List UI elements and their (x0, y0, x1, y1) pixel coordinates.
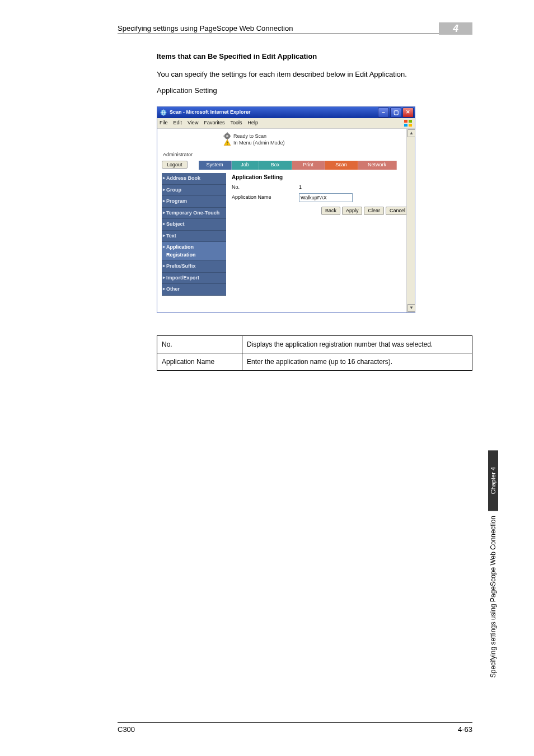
menu-tools[interactable]: Tools (230, 119, 242, 127)
appname-input[interactable] (299, 193, 353, 202)
sidebar: Address Book Group Program Temporary One… (162, 173, 226, 296)
tab-scan[interactable]: Scan (325, 161, 358, 170)
svg-rect-13 (227, 144, 227, 144)
scroll-up-icon[interactable]: ▲ (407, 129, 415, 137)
tab-job[interactable]: Job (232, 161, 259, 170)
menu-help[interactable]: Help (247, 119, 258, 127)
menu-edit[interactable]: Edit (174, 119, 182, 127)
section-sub: Application Setting (157, 85, 472, 96)
page-header-title: Specifying settings using PageScope Web … (118, 24, 293, 32)
menu-view[interactable]: View (188, 119, 198, 127)
no-value: 1 (299, 184, 302, 192)
param-table: No. Displays the application registratio… (157, 335, 472, 371)
param-desc-0: Displays the application registration nu… (242, 335, 472, 353)
menu-file[interactable]: File (160, 119, 168, 127)
cancel-button[interactable]: Cancel (386, 207, 409, 215)
chapter-pill: Chapter 4 (488, 450, 498, 511)
sidebar-item-group[interactable]: Group (162, 185, 226, 197)
ie-icon (160, 109, 167, 116)
footer-left: C300 (118, 725, 135, 734)
svg-rect-3 (404, 124, 407, 127)
sidebar-item-temp[interactable]: Temporary One-Touch (162, 208, 226, 220)
svg-rect-12 (227, 141, 227, 143)
user-label: Administrator (162, 151, 410, 159)
sidebar-item-prefix[interactable]: Prefix/Suffix (162, 261, 226, 273)
side-text: Specifying settings using PageScope Web … (489, 516, 497, 678)
sidebar-item-address[interactable]: Address Book (162, 173, 226, 185)
menu-favorites[interactable]: Favorites (204, 119, 224, 127)
tab-box[interactable]: Box (259, 161, 292, 170)
status-menu: In Menu (Admin Mode) (233, 139, 285, 146)
windows-flag-icon (404, 119, 413, 127)
sidebar-item-appreg[interactable]: Application Registration (162, 242, 226, 261)
section-body: You can specify the settings for each it… (157, 69, 472, 80)
tab-print[interactable]: Print (292, 161, 325, 170)
detail-title: Application Setting (232, 173, 410, 181)
scrollbar[interactable]: ▲ ▼ (406, 129, 415, 312)
sidebar-item-program[interactable]: Program (162, 196, 226, 208)
svg-rect-2 (409, 120, 412, 123)
section-heading: Items that can Be Specified in Edit Appl… (157, 51, 472, 62)
svg-rect-1 (404, 120, 407, 123)
svg-rect-10 (230, 136, 231, 136)
param-desc-1: Enter the application name (up to 16 cha… (242, 353, 472, 370)
clear-button[interactable]: Clear (364, 207, 384, 215)
sidebar-item-impexp[interactable]: Import/Export (162, 273, 226, 284)
maximize-button[interactable]: ▢ (390, 108, 401, 118)
appname-label: Application Name (232, 194, 299, 202)
tab-system[interactable]: System (199, 161, 232, 170)
sidebar-item-subject[interactable]: Subject (162, 219, 226, 231)
menubar: File Edit View Favorites Tools Help (157, 118, 415, 129)
param-key-0: No. (157, 335, 242, 353)
no-label: No. (232, 184, 299, 192)
chapter-tab: 4 (439, 22, 472, 35)
ie-window: Scan - Microsoft Internet Explorer – ▢ F… (157, 106, 415, 313)
svg-rect-9 (223, 136, 224, 136)
titlebar: Scan - Microsoft Internet Explorer – ▢ (157, 107, 415, 118)
minimize-button[interactable]: – (378, 108, 389, 118)
warning-icon (223, 139, 231, 147)
footer-right: 4-63 (458, 725, 472, 734)
close-button[interactable] (402, 108, 414, 118)
param-key-1: Application Name (157, 353, 242, 370)
window-title: Scan - Microsoft Internet Explorer (170, 109, 251, 116)
apply-button[interactable]: Apply (342, 207, 363, 215)
tab-network[interactable]: Network (358, 161, 397, 170)
scroll-down-icon[interactable]: ▼ (407, 304, 415, 312)
sidebar-item-other[interactable]: Other (162, 284, 226, 296)
svg-point-6 (226, 134, 228, 137)
sidebar-item-text[interactable]: Text (162, 231, 226, 242)
svg-rect-4 (409, 124, 412, 127)
back-button[interactable]: Back (321, 207, 340, 215)
svg-rect-7 (227, 132, 227, 133)
logout-button[interactable]: Logout (162, 161, 188, 169)
